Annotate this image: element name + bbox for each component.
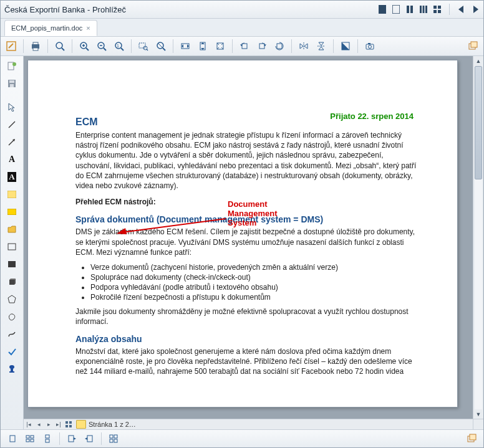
svg-rect-2 [407,6,409,13]
text-tool-icon[interactable]: A [3,152,21,167]
svg-rect-16 [33,48,38,50]
new-doc-icon[interactable] [392,5,400,14]
pause-icon[interactable] [405,5,414,14]
zoom-out-icon[interactable] [94,38,110,54]
separator [232,39,233,53]
arrow-tool-icon[interactable] [3,135,21,150]
scroll-up-icon[interactable]: ▲ [473,56,483,66]
svg-rect-3 [410,6,413,13]
svg-rect-93 [31,439,34,442]
svg-rect-48 [259,44,264,49]
svg-rect-100 [110,435,113,438]
rotate-right-icon[interactable] [254,38,270,54]
document-viewport: Přijato 22. srpen 2014 ECM Enterprise co… [24,56,483,429]
first-page-icon[interactable]: |◂ [24,419,34,429]
separator [173,39,173,53]
view-single-icon[interactable] [4,431,21,446]
svg-rect-0 [379,5,386,14]
zoom-tool-icon[interactable] [52,38,68,54]
view-continuous-icon[interactable] [39,431,56,446]
vertical-scrollbar[interactable]: ▲ ▼ [473,56,483,419]
rect-tool-icon[interactable] [3,239,21,254]
new-window-icon[interactable] [465,38,481,54]
svg-rect-29 [139,43,145,48]
scroll-thumb[interactable] [475,66,482,179]
last-page-icon[interactable]: ▸| [54,419,64,429]
svg-rect-86 [69,421,72,424]
scroll-down-icon[interactable]: ▼ [473,409,483,419]
rotate-left-icon[interactable] [236,38,253,54]
print-icon[interactable] [27,38,44,54]
svg-point-59 [369,45,372,49]
svg-point-64 [12,62,16,66]
document-tab[interactable]: ECM_popis_martin.doc × [4,20,97,36]
camera-icon[interactable] [362,38,378,54]
mirror-v-icon[interactable] [313,38,329,54]
document-page: Přijato 22. srpen 2014 ECM Enterprise co… [27,60,458,407]
grid-pages-icon[interactable] [64,419,74,429]
highlight-text-icon[interactable]: A [3,169,21,184]
freehand-tool-icon[interactable] [3,326,21,341]
columns-icon[interactable] [419,5,428,14]
import-icon[interactable] [81,431,97,446]
fit-height-icon[interactable] [195,38,211,54]
svg-line-31 [147,49,148,50]
title-bar: Česká Exportní Banka - Prohlížeč [1,1,483,19]
svg-marker-55 [319,42,324,45]
prev-icon[interactable] [457,5,466,14]
svg-line-22 [86,48,89,50]
mirror-h-icon[interactable] [296,38,312,54]
folder-icon[interactable] [3,222,21,237]
svg-rect-103 [114,439,117,442]
prev-page-icon[interactable]: ◂ [34,419,44,429]
svg-point-82 [9,365,14,369]
next-icon[interactable] [471,5,480,14]
view-thumbs-icon[interactable] [22,431,38,446]
export-icon[interactable] [64,431,80,446]
svg-rect-87 [65,425,68,427]
svg-rect-74 [8,244,16,250]
tile-icon[interactable] [105,431,122,446]
line-tool-icon[interactable] [3,117,21,132]
rotate-180-icon[interactable] [271,38,288,54]
svg-rect-96 [69,436,74,442]
save-icon[interactable] [3,76,21,91]
zoom-in-icon[interactable] [76,38,92,54]
svg-marker-97 [74,437,76,440]
new-window-bottom-icon[interactable] [463,431,480,446]
highlight-yellow-icon[interactable] [3,204,21,219]
scroll-corner [473,419,483,429]
received-stamp: Přijato 22. srpen 2014 [330,112,414,121]
doc-scroll-area[interactable]: Přijato 22. srpen 2014 ECM Enterprise co… [24,56,483,429]
invert-icon[interactable] [337,38,354,54]
svg-rect-67 [10,84,14,87]
fit-width-icon[interactable] [177,38,193,54]
polygon-tool-icon[interactable] [3,292,21,307]
separator [131,39,132,53]
sticky-note-icon[interactable] [76,420,86,429]
fit-page-icon[interactable] [212,38,228,54]
list-item: Podpora vyhledávání (podle atributů i te… [90,282,420,292]
stamp-tool-icon[interactable] [3,361,21,376]
freehand-closed-icon[interactable] [3,309,21,324]
pointer-tool-icon[interactable] [3,100,21,115]
new-annotation-icon[interactable] [3,59,21,74]
note-yellow-icon[interactable] [3,187,21,202]
zoom-region-icon[interactable] [135,38,152,54]
shape-3d-icon[interactable] [3,274,21,289]
next-page-icon[interactable]: ▸ [44,419,54,429]
heading-analysis: Analýza obsahu [75,334,420,344]
list-item: Spolupráce nad dokumenty (check-in/ckeck… [90,272,420,282]
zoom-100-icon[interactable]: 1 [111,38,127,54]
page-indicator: Stránka 1 z 2… [89,421,136,428]
svg-rect-73 [7,209,16,215]
check-tool-icon[interactable] [3,344,21,359]
paragraph: DMS je základem každého ECM řešení. Cíle… [75,227,420,257]
filled-rect-tool-icon[interactable] [3,257,21,272]
zoom-reset-icon[interactable] [153,38,169,54]
doc-icon[interactable] [378,5,387,14]
svg-rect-85 [65,421,68,424]
edit-icon[interactable] [3,38,19,54]
grid-icon[interactable] [433,5,442,14]
tab-close-icon[interactable]: × [86,24,90,32]
